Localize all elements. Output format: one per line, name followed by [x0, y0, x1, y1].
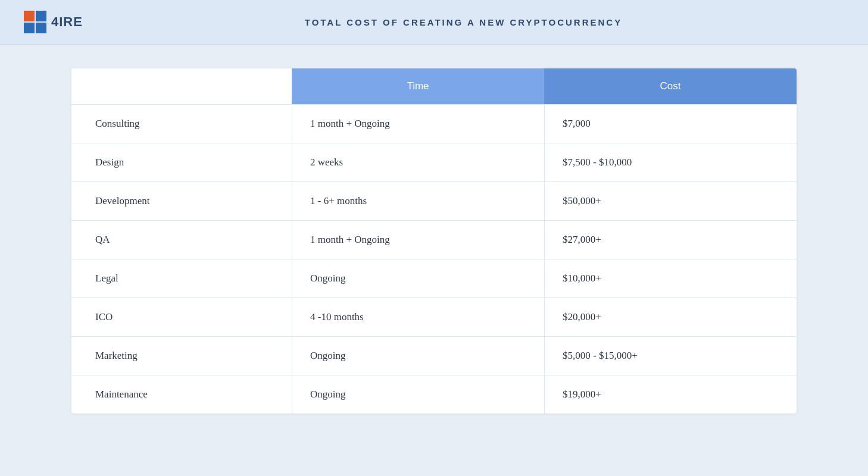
logo-text: 4IRE — [51, 14, 83, 30]
row-7-cost: $19,000+ — [544, 375, 797, 414]
svg-rect-0 — [24, 11, 35, 21]
table-header: Time Cost — [71, 68, 797, 104]
row-7-time: Ongoing — [292, 375, 544, 414]
page-header: 4IRE TOTAL COST OF CREATING A NEW CRYPTO… — [0, 0, 868, 45]
table-row: Maintenance Ongoing $19,000+ — [71, 375, 797, 414]
logo-icon — [24, 11, 46, 33]
row-1-cost: $7,500 - $10,000 — [544, 143, 797, 181]
row-5-time: 4 -10 months — [292, 298, 544, 336]
row-2-cost: $50,000+ — [544, 182, 797, 220]
table-row: Legal Ongoing $10,000+ — [71, 259, 797, 298]
row-0-time: 1 month + Ongoing — [292, 105, 544, 143]
row-4-time: Ongoing — [292, 259, 544, 298]
svg-rect-2 — [24, 23, 35, 33]
row-6-time: Ongoing — [292, 337, 544, 375]
row-0-category: Consulting — [71, 105, 292, 143]
header-time: Time — [292, 68, 544, 104]
row-2-category: Development — [71, 182, 292, 220]
row-6-cost: $5,000 - $15,000+ — [544, 337, 797, 375]
header-empty-cell — [71, 68, 292, 104]
table-row: Marketing Ongoing $5,000 - $15,000+ — [71, 336, 797, 375]
row-3-time: 1 month + Ongoing — [292, 221, 544, 259]
row-0-cost: $7,000 — [544, 105, 797, 143]
table-row: Development 1 - 6+ months $50,000+ — [71, 181, 797, 220]
header-cost: Cost — [544, 68, 797, 104]
row-6-category: Marketing — [71, 337, 292, 375]
svg-rect-3 — [36, 23, 46, 33]
row-5-category: ICO — [71, 298, 292, 336]
logo: 4IRE — [24, 11, 83, 33]
row-4-category: Legal — [71, 259, 292, 298]
row-5-cost: $20,000+ — [544, 298, 797, 336]
row-4-cost: $10,000+ — [544, 259, 797, 298]
row-3-cost: $27,000+ — [544, 221, 797, 259]
page-title: TOTAL COST OF CREATING A NEW CRYPTOCURRE… — [83, 17, 844, 27]
row-7-category: Maintenance — [71, 375, 292, 414]
row-3-category: QA — [71, 221, 292, 259]
main-content: Time Cost Consulting 1 month + Ongoing $… — [0, 45, 868, 437]
table-row: Consulting 1 month + Ongoing $7,000 — [71, 104, 797, 143]
table-row: ICO 4 -10 months $20,000+ — [71, 298, 797, 336]
row-1-category: Design — [71, 143, 292, 181]
cost-table: Time Cost Consulting 1 month + Ongoing $… — [71, 68, 797, 414]
svg-rect-1 — [36, 11, 46, 21]
row-1-time: 2 weeks — [292, 143, 544, 181]
table-row: QA 1 month + Ongoing $27,000+ — [71, 220, 797, 259]
row-2-time: 1 - 6+ months — [292, 182, 544, 220]
table-row: Design 2 weeks $7,500 - $10,000 — [71, 143, 797, 181]
